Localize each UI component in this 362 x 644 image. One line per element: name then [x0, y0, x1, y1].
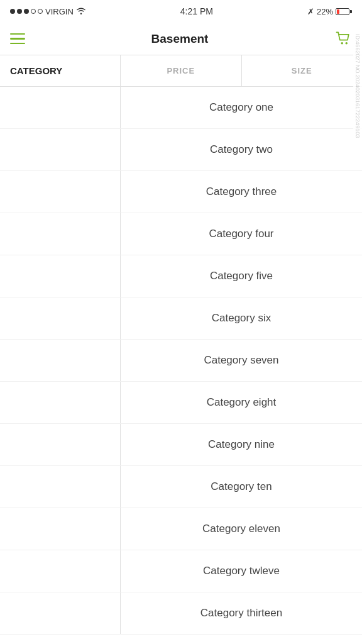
- table-row[interactable]: Category ten: [0, 466, 362, 508]
- category-name: Category eleven: [202, 523, 280, 535]
- hamburger-menu-button[interactable]: [10, 33, 25, 45]
- category-name: Category twleve: [203, 565, 280, 577]
- row-main-cell: Category seven: [121, 343, 362, 378]
- row-main-cell: Category nine: [121, 427, 362, 462]
- row-category-cell: [0, 213, 121, 255]
- row-category-cell: [0, 171, 121, 213]
- column-header-category: CATEGORY: [0, 55, 121, 86]
- battery-icon: [336, 8, 352, 15]
- category-name: Category thirteen: [200, 607, 282, 619]
- table-row[interactable]: Category thirteen: [0, 592, 362, 635]
- table-row[interactable]: Category eleven: [0, 508, 362, 550]
- row-main-cell: Category thirteen: [121, 596, 362, 631]
- row-main-cell: Category twleve: [121, 553, 362, 589]
- row-category-cell: [0, 129, 121, 170]
- status-right: ✗ 22%: [307, 7, 352, 16]
- status-left: VIRGIN: [10, 6, 86, 16]
- table-row[interactable]: Category two: [0, 129, 362, 171]
- dot1: [10, 9, 15, 14]
- dot3: [24, 9, 29, 14]
- cart-button[interactable]: [334, 29, 352, 49]
- navbar: Basement: [0, 23, 362, 55]
- dot5: [38, 9, 43, 14]
- row-main-cell: Category six: [121, 301, 362, 336]
- row-category-cell: [0, 424, 121, 465]
- row-main-cell: Category ten: [121, 469, 362, 504]
- table-row[interactable]: Category five: [0, 255, 362, 297]
- row-main-cell: Category five: [121, 258, 362, 294]
- category-name: Category six: [212, 312, 271, 325]
- row-main-cell: Category two: [121, 132, 362, 167]
- category-name: Category three: [206, 186, 277, 198]
- svg-point-0: [341, 42, 343, 45]
- dot2: [17, 9, 22, 14]
- table-row[interactable]: Category seven: [0, 340, 362, 382]
- row-main-cell: Category four: [121, 216, 362, 252]
- category-name: Category eight: [207, 396, 277, 409]
- table-row[interactable]: Category nine: [0, 424, 362, 466]
- status-time: 4:21 PM: [180, 6, 213, 16]
- category-name: Category four: [209, 228, 274, 240]
- row-main-cell: Category eight: [121, 385, 362, 420]
- table-header: CATEGORY PRICE SIZE: [0, 55, 362, 87]
- category-name: Category seven: [204, 354, 278, 367]
- row-category-cell: [0, 508, 121, 550]
- row-main-cell: Category eleven: [121, 511, 362, 547]
- table-row[interactable]: Category twleve: [0, 550, 362, 592]
- category-name: Category ten: [211, 480, 272, 493]
- row-category-cell: [0, 297, 121, 339]
- table-row[interactable]: Category eight: [0, 382, 362, 424]
- status-bar: VIRGIN 4:21 PM ✗ 22%: [0, 0, 362, 23]
- column-header-size: SIZE: [242, 55, 363, 86]
- navbar-title: Basement: [151, 32, 209, 46]
- table-row[interactable]: Category three: [0, 171, 362, 213]
- table-row[interactable]: Category one: [0, 87, 362, 129]
- row-category-cell: [0, 87, 121, 128]
- category-name: Category two: [210, 143, 273, 156]
- hamburger-line2: [10, 38, 25, 40]
- column-header-price: PRICE: [121, 55, 242, 86]
- row-category-cell: [0, 340, 121, 381]
- table-row[interactable]: Category six: [0, 297, 362, 340]
- row-category-cell: [0, 550, 121, 592]
- category-name: Category one: [209, 101, 273, 114]
- row-category-cell: [0, 592, 121, 634]
- signal-dots: [10, 9, 43, 14]
- bluetooth-icon: ✗: [307, 7, 314, 16]
- wifi-icon: [76, 6, 86, 16]
- row-main-cell: Category one: [121, 90, 362, 125]
- row-category-cell: [0, 466, 121, 508]
- row-category-cell: [0, 382, 121, 423]
- carrier-label: VIRGIN: [45, 7, 74, 16]
- battery-percent: 22%: [317, 7, 333, 16]
- hamburger-line3: [10, 43, 25, 45]
- svg-point-1: [345, 42, 348, 45]
- category-name: Category five: [210, 270, 273, 282]
- table-body: Category one Category two Category three…: [0, 87, 362, 635]
- hamburger-line1: [10, 33, 25, 35]
- row-main-cell: Category three: [121, 174, 362, 209]
- row-category-cell: [0, 255, 121, 297]
- dot4: [31, 9, 36, 14]
- category-name: Category nine: [208, 438, 275, 451]
- table-row[interactable]: Category four: [0, 213, 362, 255]
